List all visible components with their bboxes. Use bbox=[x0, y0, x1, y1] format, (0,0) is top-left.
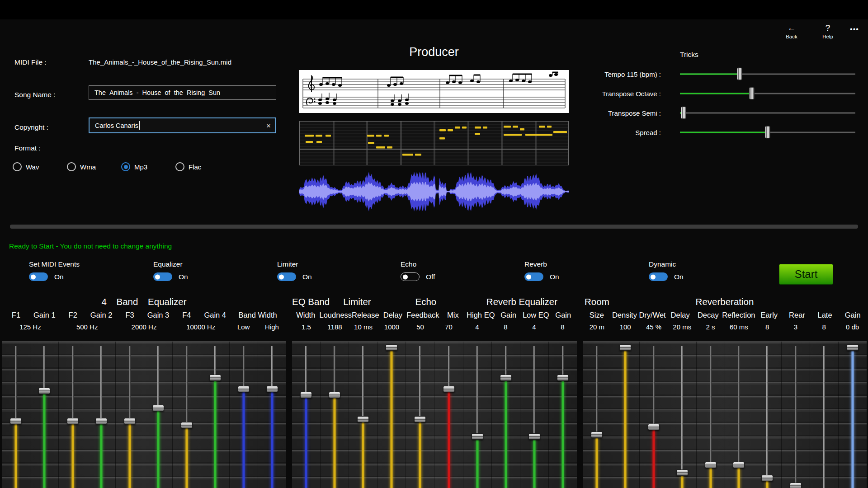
fader-2-1[interactable] bbox=[292, 342, 320, 488]
fader-handle[interactable] bbox=[443, 386, 455, 392]
fader-1-4[interactable] bbox=[87, 342, 115, 488]
fader-handle[interactable] bbox=[38, 388, 50, 394]
format-option-flac[interactable]: Flac bbox=[175, 162, 201, 171]
trick-slider-label: Tempo 115 (bpm) : bbox=[561, 70, 661, 78]
fader-3-9[interactable] bbox=[810, 342, 838, 488]
back-label: Back bbox=[777, 34, 806, 39]
radio-circle-wav[interactable] bbox=[13, 162, 22, 171]
format-option-wav[interactable]: Wav bbox=[13, 162, 39, 171]
toggle-switch-reverb[interactable] bbox=[524, 272, 543, 281]
fader-handle[interactable] bbox=[847, 344, 859, 351]
fader-label: Rear bbox=[783, 310, 811, 322]
fader-2-6[interactable] bbox=[434, 342, 462, 488]
fader-value: 1000 bbox=[377, 322, 406, 334]
fader-handle[interactable] bbox=[124, 418, 136, 424]
fader-1-3[interactable] bbox=[58, 342, 87, 488]
back-button[interactable]: ← Back bbox=[777, 23, 806, 39]
fader-handle[interactable] bbox=[67, 418, 79, 424]
fader-handle[interactable] bbox=[386, 344, 397, 351]
fader-handle[interactable] bbox=[761, 475, 773, 481]
fader-2-5[interactable] bbox=[406, 342, 434, 488]
fader-1-2[interactable] bbox=[30, 342, 58, 488]
back-icon: ← bbox=[777, 23, 806, 33]
toggle-switch-dynamic[interactable] bbox=[649, 272, 668, 281]
help-button[interactable]: ? Help bbox=[813, 23, 842, 39]
fader-3-5[interactable] bbox=[696, 342, 725, 488]
fader-handle[interactable] bbox=[557, 375, 569, 381]
fader-handle[interactable] bbox=[209, 375, 221, 381]
fader-2-9[interactable] bbox=[520, 342, 548, 488]
fader-3-8[interactable] bbox=[781, 342, 810, 488]
fader-3-3[interactable] bbox=[639, 342, 668, 488]
fader-label: Band Width bbox=[229, 310, 286, 322]
fader-2-4[interactable] bbox=[377, 342, 406, 488]
fader-handle[interactable] bbox=[414, 416, 426, 422]
fader-handle[interactable] bbox=[300, 392, 312, 398]
fader-handle[interactable] bbox=[676, 469, 688, 476]
fader-3-6[interactable] bbox=[725, 342, 753, 488]
fader-handle[interactable] bbox=[733, 462, 745, 468]
fader-1-10[interactable] bbox=[258, 342, 286, 488]
fader-handle[interactable] bbox=[266, 386, 278, 392]
fader-1-8[interactable] bbox=[201, 342, 229, 488]
copyright-input[interactable]: Carlos Canaris × bbox=[89, 117, 276, 133]
trick-slider[interactable] bbox=[680, 112, 855, 113]
fader-1-7[interactable] bbox=[172, 342, 201, 488]
trick-slider[interactable] bbox=[680, 93, 855, 94]
fader-1-5[interactable] bbox=[115, 342, 144, 488]
slider-handle[interactable] bbox=[681, 107, 686, 119]
fader-handle[interactable] bbox=[790, 483, 802, 488]
toggle-switch-equalizer[interactable] bbox=[153, 272, 172, 281]
toggle-group-equalizer: EqualizerOn bbox=[153, 260, 188, 281]
radio-circle-mp3[interactable] bbox=[121, 162, 130, 171]
clear-text-icon[interactable]: × bbox=[266, 122, 271, 129]
fader-handle[interactable] bbox=[152, 405, 164, 411]
format-option-mp3[interactable]: Mp3 bbox=[121, 162, 147, 171]
fader-3-10[interactable] bbox=[838, 342, 867, 488]
fader-handle[interactable] bbox=[472, 433, 483, 440]
trick-slider[interactable] bbox=[680, 73, 855, 75]
fader-handle[interactable] bbox=[238, 386, 250, 392]
toggle-label: Limiter bbox=[277, 260, 312, 268]
fader-value: 8 bbox=[753, 322, 782, 334]
fader-2-2[interactable] bbox=[320, 342, 349, 488]
slider-handle[interactable] bbox=[749, 87, 755, 100]
fader-handle[interactable] bbox=[10, 418, 22, 424]
toggle-switch-echo[interactable] bbox=[401, 272, 420, 281]
fader-handle[interactable] bbox=[591, 432, 603, 438]
fader-handle[interactable] bbox=[357, 416, 369, 422]
fader-2-8[interactable] bbox=[491, 342, 520, 488]
more-button[interactable]: ••• bbox=[842, 25, 867, 33]
toggle-switch-limiter[interactable] bbox=[277, 272, 296, 281]
fader-3-4[interactable] bbox=[668, 342, 696, 488]
fader-3-2[interactable] bbox=[611, 342, 639, 488]
start-button[interactable]: Start bbox=[779, 264, 833, 285]
trick-slider[interactable] bbox=[680, 131, 855, 133]
format-option-wma[interactable]: Wma bbox=[67, 162, 96, 171]
toggle-state: On bbox=[550, 273, 559, 281]
fader-handle[interactable] bbox=[705, 462, 717, 468]
fader-3-1[interactable] bbox=[583, 342, 611, 488]
fader-2-10[interactable] bbox=[548, 342, 577, 488]
fader-handle[interactable] bbox=[500, 375, 512, 381]
slider-handle[interactable] bbox=[765, 126, 770, 139]
fader-handle[interactable] bbox=[329, 392, 340, 398]
fader-handle[interactable] bbox=[95, 418, 107, 424]
help-label: Help bbox=[813, 34, 842, 39]
song-name-input[interactable] bbox=[89, 85, 276, 100]
fader-1-9[interactable] bbox=[229, 342, 258, 488]
fader-handle[interactable] bbox=[648, 424, 660, 430]
fader-handle[interactable] bbox=[528, 433, 540, 440]
fader-handle[interactable] bbox=[181, 422, 193, 428]
fader-1-1[interactable] bbox=[2, 342, 30, 488]
fader-3-7[interactable] bbox=[753, 342, 781, 488]
fader-1-6[interactable] bbox=[144, 342, 172, 488]
toggle-switch-set-midi-events[interactable] bbox=[29, 272, 48, 281]
radio-circle-wma[interactable] bbox=[67, 162, 76, 171]
fader-2-3[interactable] bbox=[349, 342, 377, 488]
slider-handle[interactable] bbox=[737, 68, 742, 80]
radio-circle-flac[interactable] bbox=[175, 162, 184, 171]
fader-handle[interactable] bbox=[619, 344, 631, 351]
fader-2-7[interactable] bbox=[463, 342, 491, 488]
score-preview bbox=[299, 70, 569, 113]
